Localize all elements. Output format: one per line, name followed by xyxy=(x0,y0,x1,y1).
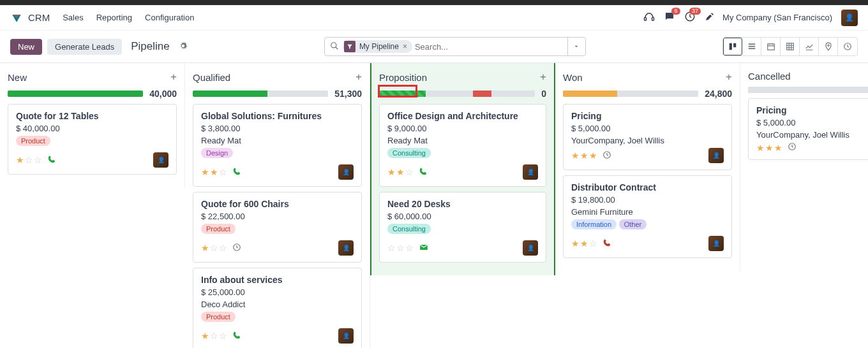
assignee-avatar[interactable]: 👤 xyxy=(523,240,538,256)
priority-stars[interactable]: ★★☆ xyxy=(387,167,414,177)
kanban-card[interactable]: Global Solutions: Furnitures$ 3,800.00Re… xyxy=(193,104,362,187)
menu-configuration[interactable]: Configuration xyxy=(145,13,194,22)
view-calendar[interactable] xyxy=(761,38,781,55)
star-icon[interactable]: ☆ xyxy=(210,331,218,341)
column-progress[interactable] xyxy=(193,91,328,97)
view-list[interactable] xyxy=(742,38,761,55)
menu-sales[interactable]: Sales xyxy=(63,13,84,22)
star-icon[interactable]: ☆ xyxy=(210,243,218,253)
star-icon[interactable]: ★ xyxy=(210,167,218,177)
star-icon[interactable]: ★ xyxy=(756,143,765,153)
column-title[interactable]: Cancelled xyxy=(748,71,791,82)
kanban-card[interactable]: Office Design and Architecture$ 9,000.00… xyxy=(379,104,546,187)
kanban-card[interactable]: Pricing$ 5,000.00YourCompany, Joel Willi… xyxy=(748,98,868,160)
priority-stars[interactable]: ★☆☆ xyxy=(201,243,227,253)
star-icon[interactable]: ★ xyxy=(774,143,782,153)
tag[interactable]: Product xyxy=(16,136,50,146)
view-map[interactable] xyxy=(819,38,838,55)
filter-chip-mypipeline[interactable]: My Pipeline × xyxy=(343,40,412,53)
clock-icon[interactable] xyxy=(232,243,241,254)
phone-icon[interactable] xyxy=(232,331,241,342)
star-icon[interactable]: ★ xyxy=(589,150,597,161)
mail-icon[interactable] xyxy=(419,243,429,254)
column-add-icon[interactable]: + xyxy=(355,71,362,83)
column-progress[interactable] xyxy=(379,91,535,97)
kanban-card[interactable]: Need 20 Desks$ 60,000.00Consulting ☆☆☆👤 xyxy=(379,192,546,263)
column-add-icon[interactable]: + xyxy=(170,71,177,83)
app-name[interactable]: CRM xyxy=(28,12,50,23)
tag[interactable]: Consulting xyxy=(387,148,431,158)
tag[interactable]: Product xyxy=(201,312,236,322)
assignee-avatar[interactable]: 👤 xyxy=(153,152,168,168)
column-progress[interactable] xyxy=(563,91,698,97)
priority-stars[interactable]: ★★☆ xyxy=(201,167,227,177)
kanban-card[interactable]: Pricing$ 5,000.00YourCompany, Joel Willi… xyxy=(563,104,732,170)
generate-leads-button[interactable]: Generate Leads xyxy=(47,39,122,55)
new-button[interactable]: New xyxy=(10,39,42,55)
star-icon[interactable]: ★ xyxy=(765,143,774,153)
clock-icon[interactable] xyxy=(602,150,611,161)
view-kanban[interactable] xyxy=(723,38,742,55)
clock-icon[interactable] xyxy=(788,142,797,153)
activities-icon[interactable]: 37 xyxy=(684,11,696,24)
priority-stars[interactable]: ★★★ xyxy=(756,143,782,153)
tag[interactable]: Product xyxy=(201,224,236,234)
star-icon[interactable]: ★ xyxy=(571,150,580,161)
column-title[interactable]: Qualified xyxy=(193,72,230,83)
assignee-avatar[interactable]: 👤 xyxy=(523,164,538,180)
star-icon[interactable]: ★ xyxy=(387,167,396,177)
priority-stars[interactable]: ★☆☆ xyxy=(16,155,42,165)
assignee-avatar[interactable]: 👤 xyxy=(338,240,354,256)
kanban-card[interactable]: Distributor Contract$ 19,800.00Gemini Fu… xyxy=(563,175,732,258)
assignee-avatar[interactable]: 👤 xyxy=(338,328,354,344)
priority-stars[interactable]: ★☆☆ xyxy=(201,331,227,341)
kanban-card[interactable]: Quote for 600 Chairs$ 22,500.00Product ★… xyxy=(193,192,362,263)
view-pivot[interactable] xyxy=(781,38,800,55)
search-box[interactable]: My Pipeline × xyxy=(324,37,586,56)
star-icon[interactable]: ☆ xyxy=(219,167,227,177)
view-activity[interactable] xyxy=(838,38,857,55)
star-icon[interactable]: ★ xyxy=(201,243,209,253)
star-icon[interactable]: ★ xyxy=(580,238,588,249)
tag[interactable]: Information xyxy=(571,219,617,229)
assignee-avatar[interactable]: 👤 xyxy=(338,164,354,180)
debug-icon[interactable] xyxy=(705,11,715,24)
filter-chip-remove[interactable]: × xyxy=(403,42,407,51)
star-icon[interactable]: ☆ xyxy=(219,243,227,253)
star-icon[interactable]: ☆ xyxy=(219,331,227,341)
column-title[interactable]: Proposition xyxy=(379,72,427,83)
star-icon[interactable]: ☆ xyxy=(25,155,33,165)
voip-icon[interactable] xyxy=(643,11,655,24)
messages-icon[interactable]: 6 xyxy=(664,11,675,24)
search-dropdown[interactable] xyxy=(567,38,585,55)
star-icon[interactable]: ☆ xyxy=(34,155,42,165)
assignee-avatar[interactable]: 👤 xyxy=(708,236,724,251)
priority-stars[interactable]: ★★★ xyxy=(571,150,597,161)
phone-icon[interactable] xyxy=(419,167,428,178)
tag[interactable]: Consulting xyxy=(387,224,431,234)
user-avatar[interactable]: 👤 xyxy=(841,10,858,26)
star-icon[interactable]: ★ xyxy=(396,167,405,177)
star-icon[interactable]: ★ xyxy=(580,150,588,161)
gear-icon[interactable] xyxy=(179,41,188,52)
column-progress[interactable] xyxy=(748,87,868,93)
column-add-icon[interactable]: + xyxy=(726,71,732,83)
column-title[interactable]: New xyxy=(8,72,27,83)
search-input[interactable] xyxy=(415,38,567,55)
kanban-card[interactable]: Quote for 12 Tables$ 40,000.00Product ★☆… xyxy=(8,104,177,175)
star-icon[interactable]: ☆ xyxy=(396,243,405,253)
kanban-card[interactable]: Info about services$ 25,000.00Deco Addic… xyxy=(193,268,362,348)
menu-reporting[interactable]: Reporting xyxy=(96,13,132,22)
phone-icon[interactable] xyxy=(232,167,241,178)
star-icon[interactable]: ☆ xyxy=(589,238,597,249)
phone-icon[interactable] xyxy=(47,155,56,166)
tag[interactable]: Design xyxy=(201,148,233,158)
column-add-icon[interactable]: + xyxy=(540,71,546,83)
view-graph[interactable] xyxy=(800,38,819,55)
star-icon[interactable]: ☆ xyxy=(387,243,396,253)
star-icon[interactable]: ★ xyxy=(201,331,209,341)
column-progress[interactable] xyxy=(8,91,143,97)
star-icon[interactable]: ★ xyxy=(571,238,580,249)
star-icon[interactable]: ★ xyxy=(201,167,209,177)
app-logo-icon[interactable] xyxy=(10,11,23,24)
